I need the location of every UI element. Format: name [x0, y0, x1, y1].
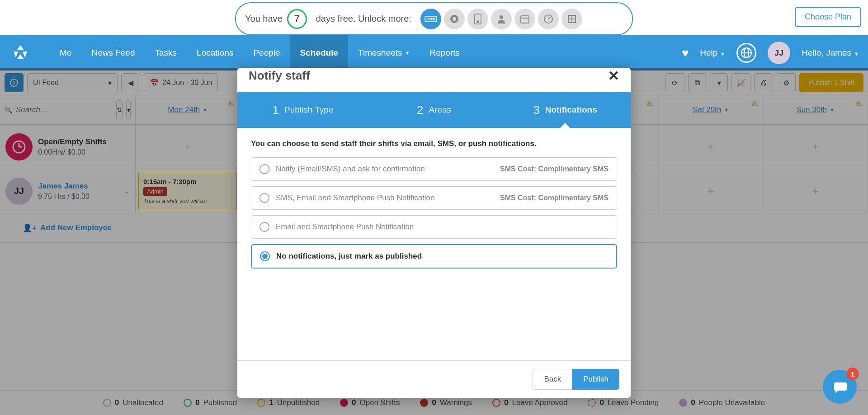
user-avatar[interactable]: JJ: [768, 42, 790, 64]
feature-icon-person[interactable]: [491, 9, 512, 29]
sms-cost: SMS Cost: Complimentary SMS: [500, 165, 609, 173]
logo-icon[interactable]: [9, 42, 32, 64]
nav-news-feed[interactable]: News Feed: [81, 35, 145, 71]
svg-rect-7: [521, 16, 529, 23]
svg-point-6: [500, 15, 503, 19]
nav-schedule[interactable]: Schedule: [290, 35, 348, 71]
nav-people[interactable]: People: [243, 35, 290, 71]
feature-icon-grid[interactable]: [561, 9, 582, 29]
radio-icon: [259, 222, 269, 232]
choose-plan-button[interactable]: Choose Plan: [795, 7, 861, 27]
trial-prefix: You have: [245, 14, 283, 24]
modal-steps: 1Publish Type 2Areas 3Notifications: [237, 92, 631, 128]
svg-marker-16: [23, 52, 27, 57]
trial-feature-icons: OPEN: [420, 9, 582, 29]
nav-locations[interactable]: Locations: [187, 35, 243, 71]
chat-bubble[interactable]: 1: [823, 370, 857, 404]
feature-icon-gauge[interactable]: [538, 9, 559, 29]
nav-timesheets[interactable]: Timesheets▼: [348, 35, 420, 71]
notify-option-email-push[interactable]: Email and Smartphone Push Notification: [251, 215, 617, 239]
sms-cost: SMS Cost: Complimentary SMS: [500, 194, 609, 202]
notify-option-none[interactable]: No notifications, just mark as published: [251, 244, 617, 269]
chat-badge: 1: [846, 368, 859, 380]
publish-button[interactable]: Publish: [572, 369, 619, 390]
feature-icon-calendar[interactable]: [514, 9, 535, 29]
notify-option-sms-email-push[interactable]: SMS, Email and Smartphone Push Notificat…: [251, 186, 617, 210]
nav-tasks[interactable]: Tasks: [145, 35, 187, 71]
top-nav: Me News Feed Tasks Locations People Sche…: [0, 35, 868, 71]
nav-me[interactable]: Me: [50, 35, 81, 71]
trial-banner: You have 7 days free. Unlock more: OPEN: [235, 2, 633, 35]
heart-icon[interactable]: ♥: [682, 46, 689, 60]
svg-point-3: [453, 17, 456, 21]
radio-icon: [259, 193, 269, 203]
notify-option-email-sms-confirm[interactable]: Notify (Email/SMS) and ask for confirmat…: [251, 157, 617, 181]
svg-text:OPEN: OPEN: [426, 18, 435, 21]
nav-reports[interactable]: Reports: [420, 35, 470, 71]
trial-days-badge: 7: [287, 9, 307, 29]
modal-description: You can choose to send staff their shift…: [251, 139, 617, 148]
step-areas[interactable]: 2Areas: [368, 92, 500, 128]
svg-marker-17: [17, 54, 24, 59]
feature-icon-device[interactable]: [467, 9, 488, 29]
feature-icon-open[interactable]: OPEN: [420, 9, 441, 29]
svg-marker-15: [14, 52, 18, 57]
step-publish-type[interactable]: 1Publish Type: [237, 92, 368, 128]
radio-icon: [259, 164, 269, 174]
step-notifications[interactable]: 3Notifications: [500, 92, 631, 128]
trial-suffix: days free. Unlock more:: [316, 14, 411, 24]
globe-icon[interactable]: [736, 43, 756, 63]
notify-staff-modal: Notify staff ✕ 1Publish Type 2Areas 3Not…: [237, 68, 631, 398]
modal-close-icon[interactable]: ✕: [608, 68, 619, 84]
modal-title: Notify staff: [249, 69, 310, 83]
help-menu[interactable]: Help▼: [700, 48, 725, 58]
svg-point-5: [477, 21, 479, 23]
svg-line-10: [548, 17, 550, 19]
svg-marker-14: [17, 45, 24, 50]
feature-icon-camera[interactable]: [444, 9, 465, 29]
hello-user[interactable]: Hello, James▼: [802, 48, 859, 58]
radio-icon: [260, 251, 270, 261]
back-button[interactable]: Back: [533, 369, 572, 390]
